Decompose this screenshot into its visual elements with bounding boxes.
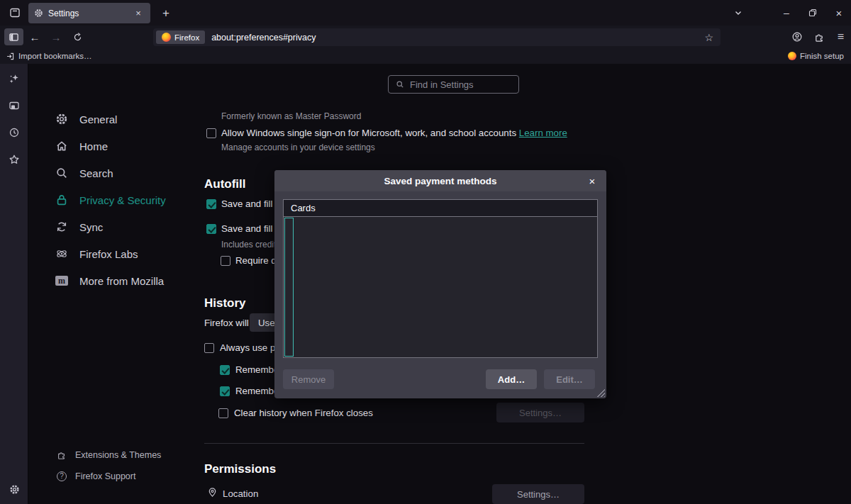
firefox-support-label: Firefox Support [75, 471, 135, 481]
extensions-icon[interactable] [810, 28, 829, 45]
window-close-button[interactable]: × [825, 0, 851, 26]
cards-table: Cards [283, 199, 598, 358]
navigation-toolbar: ← → Firefox about:preferences#privacy ☆ … [0, 26, 851, 48]
extensions-themes-label: Extensions & Themes [75, 450, 161, 460]
find-in-settings-input[interactable] [410, 79, 511, 90]
import-bookmarks-button[interactable]: Import bookmarks… [6, 50, 92, 62]
history-heading: History [204, 296, 246, 310]
sso-checkbox[interactable] [206, 128, 216, 138]
ai-chat-icon[interactable] [5, 69, 23, 88]
reload-icon[interactable] [68, 28, 87, 45]
always-private-checkbox[interactable] [204, 343, 214, 353]
edit-button[interactable]: Edit… [544, 369, 595, 389]
clear-history-checkbox[interactable] [218, 408, 228, 418]
bookmarks-toolbar: Import bookmarks… Finish setup [0, 48, 851, 64]
learn-more-link[interactable]: Learn more [519, 128, 567, 138]
titlebar: Settings × + – × [0, 0, 851, 26]
tab-settings[interactable]: Settings × [28, 3, 150, 23]
sidebar-item-home[interactable]: Home [55, 133, 166, 159]
finish-setup-button[interactable]: Finish setup [788, 50, 844, 62]
firefox-view-icon[interactable] [6, 4, 24, 21]
sidebar-toggle-icon[interactable] [4, 28, 23, 45]
find-in-settings[interactable] [388, 75, 519, 94]
toolbar-settings-gear-icon[interactable] [5, 480, 23, 498]
sidebar-item-general[interactable]: General [55, 106, 166, 133]
saved-payment-methods-dialog: Saved payment methods × Cards Remove Add… [274, 170, 606, 398]
sso-label: Allow Windows single sign-on for Microso… [221, 128, 516, 138]
sync-icon [55, 220, 68, 233]
sidebar-item-firefox-labs[interactable]: Firefox Labs [55, 240, 166, 267]
vertical-toolbar [0, 64, 28, 504]
tab-close-icon[interactable]: × [132, 7, 145, 20]
permissions-heading: Permissions [204, 462, 276, 476]
identity-chip[interactable]: Firefox [156, 30, 205, 44]
location-pin-icon [207, 487, 218, 498]
firefox-logo-icon [162, 33, 171, 42]
dialog-close-icon[interactable]: × [585, 174, 599, 188]
require-auth-checkbox[interactable] [221, 256, 230, 266]
gear-icon [55, 113, 68, 125]
sidebar-item-label: Home [79, 140, 108, 152]
firefox-will-label: Firefox will [204, 318, 249, 328]
extensions-themes-link[interactable]: Extensions & Themes [57, 444, 161, 466]
sso-row: Allow Windows single sign-on for Microso… [221, 128, 567, 138]
url-bar[interactable]: Firefox about:preferences#privacy ☆ [153, 28, 721, 46]
window-restore-button[interactable] [799, 0, 826, 26]
list-focus-strip [284, 218, 294, 357]
window-minimize-button[interactable]: – [773, 0, 800, 26]
autofill-heading: Autofill [204, 177, 246, 191]
gear-icon [34, 9, 43, 18]
sidebar-item-label: General [79, 113, 117, 125]
mozilla-logo-icon: m [55, 276, 68, 286]
sidebar-item-label: Search [79, 167, 113, 179]
tab-list-chevron-icon[interactable] [729, 4, 747, 21]
new-tab-button[interactable]: + [157, 5, 174, 22]
search-icon [396, 80, 404, 89]
home-icon [55, 140, 68, 152]
clear-history-settings-button[interactable]: Settings… [496, 403, 584, 422]
firefox-logo-icon [788, 52, 796, 60]
firefox-support-link[interactable]: ? Firefox Support [57, 466, 161, 487]
remember-history-checkbox[interactable] [220, 365, 230, 375]
import-icon [6, 52, 15, 61]
sidebar-item-sync[interactable]: Sync [55, 213, 166, 240]
section-divider [204, 443, 584, 444]
location-label: Location [223, 488, 258, 499]
finish-setup-label: Finish setup [800, 52, 844, 60]
help-icon: ? [57, 471, 67, 481]
firefox-window: Settings × + – × ← → [0, 0, 851, 504]
save-payments-checkbox[interactable] [206, 224, 216, 234]
back-button[interactable]: ← [26, 28, 44, 45]
cards-list[interactable] [284, 218, 597, 357]
history-mode-value: Use [258, 318, 275, 328]
forward-button[interactable]: → [47, 28, 65, 45]
location-settings-button[interactable]: Settings… [492, 484, 584, 504]
sidebar-item-label: Firefox Labs [79, 248, 138, 260]
synced-tabs-icon[interactable] [5, 96, 23, 115]
lock-icon [55, 194, 68, 206]
history-icon[interactable] [5, 123, 23, 142]
add-button[interactable]: Add… [486, 369, 537, 389]
sidebar-item-search[interactable]: Search [55, 159, 166, 186]
sidebar-item-privacy-security[interactable]: Privacy & Security [55, 186, 166, 213]
dialog-resize-grip[interactable] [596, 388, 605, 397]
sso-note: Manage accounts in your device settings [221, 142, 375, 152]
sidebar-item-more-from-mozilla[interactable]: m More from Mozilla [55, 267, 166, 294]
cards-column-header[interactable]: Cards [284, 200, 597, 217]
sidebar-item-label: Sync [79, 221, 103, 233]
labs-atom-icon [55, 247, 68, 260]
sidebar-item-label: More from Mozilla [79, 275, 164, 287]
menu-icon[interactable]: ≡ [831, 28, 850, 45]
remember-search-checkbox[interactable] [220, 386, 230, 396]
settings-footer-links: Extensions & Themes ? Firefox Support [57, 444, 161, 487]
bookmarks-icon[interactable] [5, 150, 23, 169]
save-addresses-checkbox[interactable] [206, 199, 216, 209]
remove-button[interactable]: Remove [283, 369, 334, 389]
identity-label: Firefox [174, 33, 199, 42]
extensions-icon [57, 450, 67, 460]
bookmark-star-icon[interactable]: ☆ [704, 32, 713, 43]
dialog-header: Saved payment methods × [274, 170, 606, 191]
url-text: about:preferences#privacy [211, 33, 316, 43]
account-icon[interactable] [787, 28, 806, 45]
import-bookmarks-label: Import bookmarks… [18, 52, 92, 60]
